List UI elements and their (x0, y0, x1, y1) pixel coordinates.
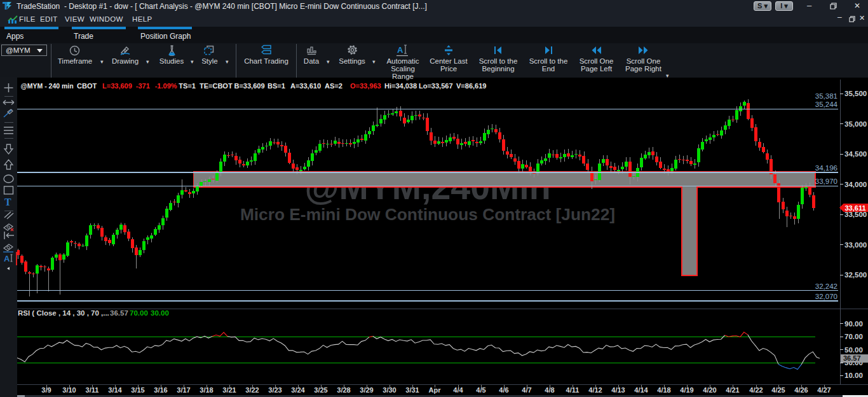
svg-text:36.57: 36.57 (110, 309, 128, 317)
svg-text:3/29: 3/29 (360, 386, 373, 394)
svg-text:AS=2: AS=2 (325, 82, 342, 90)
svg-text:4/21: 4/21 (726, 386, 739, 394)
svg-text:A=33,610: A=33,610 (290, 82, 321, 90)
svg-text:34,196: 34,196 (815, 164, 837, 172)
svg-text:4/4: 4/4 (453, 386, 463, 394)
svg-text:B=33,609: B=33,609 (234, 82, 265, 90)
svg-text:70.00: 70.00 (130, 309, 148, 317)
svg-text:RSI ( Close , 14 , 30 , 70 ,..: RSI ( Close , 14 , 30 , 70 ,... (18, 309, 109, 317)
svg-text:3/15: 3/15 (131, 386, 144, 394)
svg-text:35,500: 35,500 (844, 90, 867, 97)
svg-text:30.00: 30.00 (151, 309, 169, 317)
svg-text:Lo=33,567: Lo=33,567 (419, 82, 453, 90)
svg-text:36.57: 36.57 (843, 354, 861, 362)
svg-text:BS=1: BS=1 (268, 82, 285, 90)
svg-text:32,070: 32,070 (815, 293, 837, 300)
svg-text:T: T (4, 197, 11, 207)
svg-text:3/14: 3/14 (108, 386, 122, 394)
svg-text:O=33,963: O=33,963 (350, 82, 381, 90)
svg-text:3/25: 3/25 (314, 386, 327, 394)
svg-text:34,000: 34,000 (844, 181, 867, 188)
svg-text:4/19: 4/19 (680, 386, 693, 394)
svg-text:CBOT: CBOT (77, 82, 97, 90)
svg-text:3/10: 3/10 (62, 386, 76, 394)
svg-text:4/25: 4/25 (771, 386, 785, 394)
svg-text:50.00: 50.00 (844, 346, 863, 354)
svg-text:-1.09%: -1.09% (155, 82, 177, 90)
svg-text:4/22: 4/22 (749, 386, 763, 394)
svg-text:4/20: 4/20 (703, 386, 716, 394)
svg-text:90.00: 90.00 (844, 320, 863, 328)
svg-text:3/16: 3/16 (154, 386, 167, 394)
svg-text:4/6: 4/6 (499, 386, 508, 394)
svg-text:V=86,619: V=86,619 (456, 82, 486, 90)
svg-text:33,970: 33,970 (815, 178, 837, 185)
svg-text:Hi=34,038: Hi=34,038 (384, 82, 417, 90)
svg-text:Apr: Apr (429, 386, 442, 394)
svg-text:3/17: 3/17 (177, 386, 190, 394)
svg-text:3/28: 3/28 (337, 386, 350, 394)
svg-text:10.00: 10.00 (844, 372, 863, 379)
svg-text:4/18: 4/18 (657, 386, 670, 394)
svg-text:-371: -371 (136, 82, 150, 90)
svg-text:4/8: 4/8 (545, 386, 554, 394)
svg-text:3/22: 3/22 (245, 386, 259, 394)
svg-text:3/9: 3/9 (41, 386, 51, 394)
svg-text:35,000: 35,000 (844, 120, 867, 128)
svg-text:4/14: 4/14 (634, 386, 648, 394)
svg-text:35,381: 35,381 (815, 92, 837, 100)
svg-text:70.00: 70.00 (844, 333, 863, 340)
svg-text:3/30: 3/30 (383, 386, 396, 394)
svg-text:4/13: 4/13 (611, 386, 625, 394)
svg-text:4/11: 4/11 (566, 386, 580, 394)
svg-text:3/21: 3/21 (222, 386, 236, 394)
svg-text:L=33,609: L=33,609 (102, 82, 132, 90)
svg-text:34,500: 34,500 (844, 150, 867, 158)
svg-text:TE=CBOT: TE=CBOT (200, 82, 233, 90)
svg-text:32,242: 32,242 (815, 282, 837, 290)
svg-text:4/27: 4/27 (817, 386, 831, 394)
svg-text:3/11: 3/11 (86, 386, 99, 394)
svg-text:33,000: 33,000 (844, 241, 867, 249)
svg-text:A: A (4, 254, 10, 263)
svg-text:35,244: 35,244 (815, 101, 838, 108)
svg-text:3/23: 3/23 (268, 386, 281, 394)
svg-text:3/31: 3/31 (405, 386, 419, 394)
svg-text:A: A (397, 45, 403, 55)
svg-text:@MYM - 240 min: @MYM - 240 min (21, 82, 74, 90)
svg-text:33,611: 33,611 (845, 204, 866, 212)
svg-text:4/7: 4/7 (522, 386, 531, 394)
svg-text:Micro E-mini Dow Continuous Co: Micro E-mini Dow Continuous Contract [Ju… (240, 205, 615, 224)
svg-text:4/12: 4/12 (588, 386, 602, 394)
svg-text:3/24: 3/24 (291, 386, 305, 394)
svg-text:4/5: 4/5 (476, 386, 485, 394)
svg-text:4/26: 4/26 (794, 386, 808, 394)
svg-text:32,500: 32,500 (844, 271, 867, 279)
svg-text:TS=1: TS=1 (179, 82, 196, 90)
svg-text:3/18: 3/18 (200, 386, 213, 394)
